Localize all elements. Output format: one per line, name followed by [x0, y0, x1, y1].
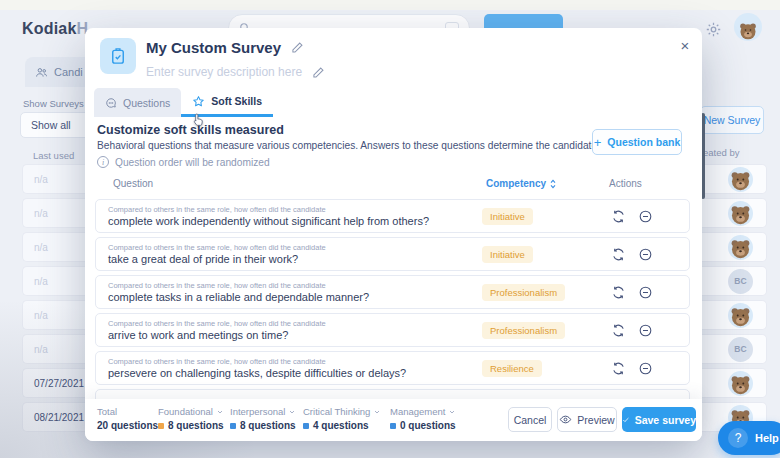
stat-foundational: Foundational 8 questions — [158, 406, 224, 431]
management-square — [390, 423, 396, 429]
plus-icon: + — [594, 135, 602, 150]
last-used-cell: n/a — [22, 232, 92, 262]
column-question: Question — [113, 178, 153, 189]
created-by-row — [700, 232, 767, 262]
remove-icon[interactable] — [637, 360, 654, 377]
preview-button[interactable]: Preview — [557, 407, 617, 432]
question-prefix: Compared to others in the same role, how… — [108, 243, 326, 252]
question-prefix: Compared to others in the same role, how… — [108, 205, 326, 214]
question-text: arrive to work and meetings on time? — [108, 329, 288, 341]
remove-icon[interactable] — [637, 284, 654, 301]
swap-icon[interactable] — [610, 246, 627, 263]
question-bank-label: Question bank — [607, 136, 680, 148]
created-by-row — [700, 300, 767, 330]
stat-interpersonal: Interpersonal 8 questions — [230, 406, 296, 431]
help-label: Help — [755, 432, 779, 444]
question-prefix: Compared to others in the same role, how… — [108, 281, 326, 290]
nav-tab-label: Candi — [54, 66, 83, 78]
question-prefix: Compared to others in the same role, how… — [108, 319, 326, 328]
app-logo: KodiakH — [22, 20, 88, 38]
check-icon — [622, 414, 630, 426]
stat-critical-thinking: Critical Thinking 4 questions — [303, 406, 381, 431]
user-avatar[interactable] — [734, 13, 762, 41]
app-screen: KodiakH Candi Show Surveys U Show all La… — [0, 0, 780, 458]
section-heading: Customize soft skills measured — [97, 123, 284, 137]
bear-avatar-icon — [728, 303, 753, 328]
critical-thinking-square — [303, 423, 309, 429]
competency-badge: Initiative — [482, 208, 533, 225]
created-by-row — [700, 368, 767, 398]
created-by-column-header: eated by — [703, 147, 739, 158]
bear-avatar — [728, 201, 753, 226]
star-icon — [192, 95, 205, 108]
tab-soft-skills[interactable]: Soft Skills — [181, 88, 273, 117]
column-competency[interactable]: Competency — [486, 178, 557, 189]
help-button[interactable]: ? Help — [718, 421, 780, 455]
chevron-down-icon[interactable] — [216, 408, 224, 416]
modal-footer: Total 20 questions Foundational 8 questi… — [85, 399, 702, 441]
last-used-cell: n/a — [22, 300, 92, 330]
chevron-down-icon[interactable] — [448, 408, 456, 416]
bear-avatar — [728, 235, 753, 260]
bear-avatar-icon — [728, 371, 753, 396]
section-subheading: Behavioral questions that measure variou… — [97, 140, 640, 151]
stat-management: Management 0 questions — [390, 406, 456, 431]
close-icon[interactable]: × — [674, 34, 696, 56]
swap-icon[interactable] — [610, 208, 627, 225]
interpersonal-square — [230, 423, 236, 429]
chat-bubble-icon — [105, 97, 117, 109]
created-by-row — [700, 198, 767, 228]
last-used-cell: n/a — [22, 198, 92, 228]
show-all-value: Show all — [31, 119, 71, 131]
question-bank-button[interactable]: + Question bank — [592, 129, 682, 155]
remove-icon[interactable] — [637, 208, 654, 225]
info-note: i Question order will be randomized — [97, 156, 270, 168]
new-survey-button[interactable]: New Survey — [700, 106, 764, 134]
sort-icon — [549, 179, 557, 189]
last-used-cell: n/a — [22, 266, 92, 296]
created-by-row: BC — [700, 266, 767, 296]
survey-modal: My Custom Survey Enter survey descriptio… — [85, 28, 702, 441]
eye-icon — [559, 413, 572, 426]
table-row: Compared to others in the same role, how… — [95, 199, 690, 233]
show-surveys-label: Show Surveys U — [23, 98, 93, 109]
tab-questions-label: Questions — [123, 97, 170, 109]
bear-avatar — [728, 303, 753, 328]
chevron-down-icon[interactable] — [288, 408, 296, 416]
question-prefix: Compared to others in the same role, how… — [108, 357, 326, 366]
chevron-down-icon[interactable] — [373, 408, 381, 416]
remove-icon[interactable] — [637, 322, 654, 339]
tab-soft-skills-label: Soft Skills — [211, 95, 262, 107]
remove-icon[interactable] — [637, 246, 654, 263]
bear-avatar — [728, 371, 753, 396]
clipboard-check-icon — [109, 47, 127, 65]
info-icon: i — [97, 156, 109, 168]
swap-icon[interactable] — [610, 322, 627, 339]
edit-description-pencil-icon[interactable] — [312, 66, 325, 79]
foundational-square — [158, 423, 164, 429]
last-used-cell: 08/21/2021 — [22, 402, 92, 432]
created-by-row: BC — [700, 334, 767, 364]
people-icon — [35, 66, 48, 79]
survey-description-placeholder[interactable]: Enter survey description here — [146, 65, 302, 79]
edit-title-pencil-icon[interactable] — [291, 41, 304, 54]
top-band — [0, 0, 780, 10]
info-note-text: Question order will be randomized — [115, 157, 270, 168]
tab-questions[interactable]: Questions — [94, 88, 181, 117]
competency-badge: Professionalism — [482, 322, 565, 339]
question-mark-icon: ? — [728, 428, 748, 448]
competency-badge: Professionalism — [482, 284, 565, 301]
last-used-cell: 07/27/2021 — [22, 368, 92, 398]
show-all-select[interactable]: Show all — [20, 112, 92, 138]
swap-icon[interactable] — [610, 360, 627, 377]
swap-icon[interactable] — [610, 284, 627, 301]
last-used-column-header: Last used — [33, 150, 74, 161]
save-survey-button[interactable]: Save survey — [622, 407, 696, 432]
last-used-cell: n/a — [22, 164, 92, 194]
question-text: complete work independently without sign… — [108, 215, 429, 227]
bear-avatar-icon — [728, 235, 753, 260]
table-row: Compared to others in the same role, how… — [95, 313, 690, 347]
bear-avatar-icon — [737, 19, 759, 41]
gear-icon[interactable] — [705, 21, 722, 38]
cancel-button[interactable]: Cancel — [508, 407, 552, 432]
